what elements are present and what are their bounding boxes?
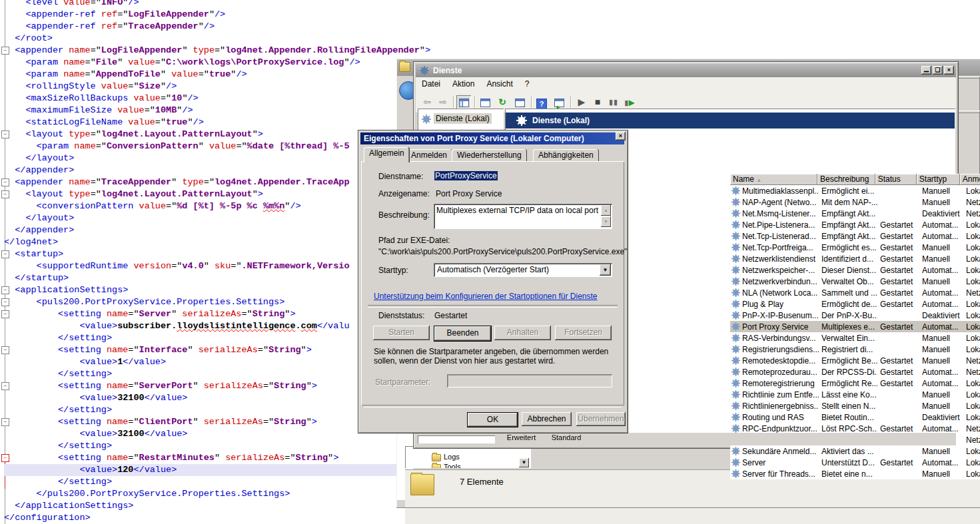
table-row[interactable]: Registrierungsdiens...Registriert di...M…: [730, 344, 980, 355]
table-row[interactable]: NetzwerklistendienstIdentifiziert d...Ge…: [730, 253, 980, 264]
code-line[interactable]: <maximumFileSize value="10MB"/>: [4, 105, 396, 117]
forward-icon[interactable]: ⇨: [436, 95, 450, 109]
code-line[interactable]: <rollingStyle value="Size"/>: [4, 81, 396, 93]
fortsetzen-button[interactable]: Fortsetzen: [555, 326, 612, 340]
stop-service-icon[interactable]: ■: [590, 95, 605, 109]
help-icon[interactable]: ?: [534, 95, 549, 109]
services-table-header[interactable]: Name ▲ Beschreibung Status Starttyp Anme…: [730, 174, 980, 185]
code-line[interactable]: <appender name="TraceAppender" type="log…: [4, 176, 396, 188]
dropdown-button[interactable]: ▼: [519, 458, 529, 467]
menu-item-aktion[interactable]: Aktion: [446, 77, 480, 89]
code-line[interactable]: </setting>: [4, 404, 396, 416]
properties-dialog[interactable]: Eigenschaften von Port Proxy Service (Lo…: [358, 130, 628, 433]
code-line[interactable]: <value>1</value>: [4, 356, 396, 368]
table-row[interactable]: Richtlinienergebniss...Stellt einen N...…: [730, 400, 980, 411]
column-header-beschreibung[interactable]: Beschreibung: [817, 174, 875, 185]
code-line[interactable]: <level value="INFO"/>: [4, 0, 396, 9]
pause-service-icon[interactable]: ▮▮: [606, 95, 621, 109]
column-header-starttyp[interactable]: Starttyp: [917, 174, 960, 185]
code-line[interactable]: <setting name="ClientPort" serializeAs="…: [4, 416, 396, 428]
code-line[interactable]: </puls200.PortProxyService.Properties.Se…: [4, 488, 396, 500]
code-line[interactable]: </log4net>: [4, 236, 396, 248]
console-tree-toggle-icon[interactable]: [456, 95, 471, 109]
code-line[interactable]: </setting>: [4, 476, 396, 488]
code-line[interactable]: </layout>: [4, 212, 396, 224]
code-line[interactable]: <setting name="Interface" serializeAs="S…: [4, 344, 396, 356]
table-row[interactable]: Net.Tcp-Listenerad...Empfängt Akt...Gest…: [730, 230, 980, 242]
tab-wiederherstellung[interactable]: Wiederherstellung: [452, 149, 527, 162]
code-line[interactable]: <value>subscriber.lloydslistintelligence…: [4, 320, 396, 332]
restart-service-icon[interactable]: ▮▶: [622, 95, 637, 109]
anhalten-button[interactable]: Anhalten: [494, 326, 551, 340]
starttyp-combobox[interactable]: Automatisch (Verzögerter Start) ▼: [434, 263, 612, 277]
back-icon[interactable]: ⇦: [420, 95, 434, 109]
table-row[interactable]: Sekundäre Anmeld...Aktiviert das ...Manu…: [730, 445, 980, 457]
tab-anmelden[interactable]: Anmelden: [406, 149, 452, 162]
table-row[interactable]: Net.Msmq-Listener...Empfängt Akt...Deakt…: [730, 208, 980, 219]
table-row[interactable]: Richtlinie zum Entfe...Lässt eine Ko...M…: [730, 389, 980, 400]
startparameter-field[interactable]: [447, 374, 612, 388]
table-row[interactable]: Remoteprozedurau...Der RPCSS-Di...Gestar…: [730, 366, 980, 378]
minimize-button[interactable]: ▁: [921, 66, 931, 75]
beenden-button[interactable]: Beenden: [434, 326, 492, 342]
table-row[interactable]: Net.Tcp-Portfreiga...Ermöglicht es...Ges…: [730, 242, 980, 253]
code-line[interactable]: </root>: [4, 33, 396, 45]
beschreibung-field[interactable]: Multiplexes external TCP/IP data on loca…: [434, 204, 612, 229]
dialog-title-bar[interactable]: Eigenschaften von Port Proxy Service (Lo…: [360, 132, 624, 144]
properties-icon[interactable]: [478, 95, 492, 109]
table-row[interactable]: PnP-X-IP-Busenum...Der PnP-X-Bu...Deakti…: [730, 310, 980, 321]
explorer-file-list[interactable]: Logs Tools: [405, 446, 531, 468]
folder-row[interactable]: Logs: [432, 453, 460, 461]
column-header-anmelden-als[interactable]: Anmelden als: [960, 174, 980, 185]
refresh-icon[interactable]: ↻: [495, 95, 510, 109]
code-line[interactable]: <layout type="log4net.Layout.PatternLayo…: [4, 188, 396, 200]
code-line[interactable]: </setting>: [4, 368, 396, 380]
dialog-close-button[interactable]: ×: [616, 132, 626, 140]
code-line[interactable]: <layout type="log4net.Layout.PatternLayo…: [4, 129, 396, 140]
desc-scroll-down[interactable]: ▼: [601, 216, 611, 227]
code-line[interactable]: <appender-ref ref="TraceAppender"/>: [4, 21, 396, 33]
table-row[interactable]: Server für Threads...Bietet eine n...Man…: [730, 468, 980, 479]
column-header-name[interactable]: Name ▲: [730, 174, 817, 185]
table-row[interactable]: Routing und RASBietet Routin...Deaktivie…: [730, 411, 980, 423]
tree-item-dienste-lokal[interactable]: Dienste (Lokal): [422, 113, 492, 125]
code-line[interactable]: </appender>: [4, 224, 396, 236]
table-row[interactable]: Remotedesktopdie...Ermöglicht Be...Gesta…: [730, 355, 980, 366]
code-line[interactable]: </startup>: [4, 272, 396, 284]
close-button[interactable]: ×: [944, 66, 954, 75]
tab-abhaengigkeiten[interactable]: Abhängigkeiten: [533, 149, 599, 162]
start-service-icon[interactable]: ▶: [574, 95, 589, 109]
tab-allgemein[interactable]: Allgemein: [364, 147, 410, 162]
code-line[interactable]: <value>120</value>: [4, 464, 396, 476]
startoptions-help-link[interactable]: Unterstützung beim Konfigurieren der Sta…: [374, 292, 598, 301]
code-line[interactable]: <applicationSettings>: [4, 284, 396, 296]
abbrechen-button[interactable]: Abbrechen: [522, 412, 572, 426]
tab-erweitert[interactable]: Erweitert: [500, 433, 542, 443]
menu-item-?[interactable]: ?: [519, 77, 536, 89]
folder-row[interactable]: Tools: [432, 463, 461, 468]
view-tabs-row[interactable]: Erweitert Standard: [416, 433, 956, 445]
code-line[interactable]: </applicationSettings>: [4, 500, 396, 512]
table-row[interactable]: NLA (Network Loca...Sammelt und ...Gesta…: [730, 287, 980, 298]
code-line[interactable]: </layout>: [4, 152, 396, 164]
code-line[interactable]: <param name="AppendToFile" value="true"/…: [4, 69, 396, 81]
table-row[interactable]: Netzwerkverbindun...Verwaltet Ob...Gesta…: [730, 276, 980, 287]
table-row[interactable]: Net.Pipe-Listenera...Empfängt Akt...Gest…: [730, 219, 980, 230]
menu-bar[interactable]: DateiAktionAnsicht?: [416, 77, 956, 93]
code-line[interactable]: </configuration>: [4, 512, 396, 524]
table-row[interactable]: Plug & PlayErmöglicht de...GestartetAuto…: [730, 298, 980, 310]
ok-button[interactable]: OK: [467, 412, 518, 427]
column-header-status[interactable]: Status: [875, 174, 917, 185]
tab-standard[interactable]: Standard: [548, 433, 585, 443]
extended-view-icon[interactable]: [552, 95, 566, 109]
code-line[interactable]: <value>32100</value>: [4, 428, 396, 440]
combo-arrow-button[interactable]: ▼: [600, 264, 611, 276]
code-line[interactable]: <setting name="Server" serializeAs="Stri…: [4, 308, 396, 320]
code-line[interactable]: <setting name="ServerPort" serializeAs="…: [4, 380, 396, 392]
table-row[interactable]: NAP-Agent (Netwo...Mit dem NAP-...Manuel…: [730, 196, 980, 208]
uebernehmen-button[interactable]: Übernehmen: [576, 412, 626, 426]
table-row[interactable]: RAS-Verbindungsv...Verwaltet Ein...Manue…: [730, 332, 980, 344]
code-line[interactable]: <conversionPattern value="%d [%t] %-5p %…: [4, 200, 396, 212]
table-row[interactable]: Multimediaklassenpl...Ermöglicht ei...Ma…: [730, 185, 980, 196]
code-line[interactable]: </appender>: [4, 164, 396, 176]
